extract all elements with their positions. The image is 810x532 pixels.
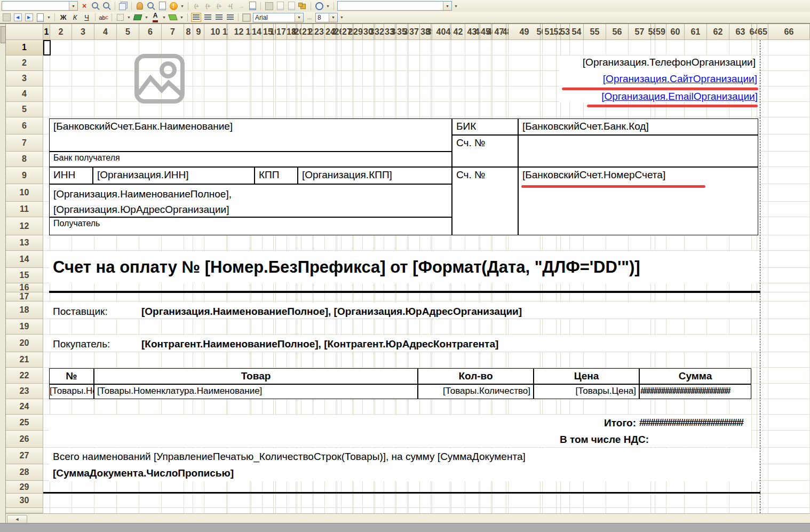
- name-box[interactable]: ▼: [2, 1, 78, 11]
- row-header-1[interactable]: 1: [6, 40, 43, 55]
- search-combo-dropdown[interactable]: ▼: [443, 2, 451, 10]
- font-size-combo[interactable]: 8 ▼: [315, 13, 338, 22]
- column-header-49[interactable]: 49: [509, 24, 541, 40]
- items-row-product[interactable]: [Товары.Номенклатура.Наименование]: [94, 384, 418, 399]
- zoom-in-button[interactable]: [102, 1, 112, 11]
- column-header-3[interactable]: 3: [72, 24, 94, 40]
- account-label-cell[interactable]: Сч. №: [452, 135, 518, 167]
- row-header-12[interactable]: 12: [6, 217, 43, 235]
- org-name-address-cell[interactable]: [Организация.НаименованиеПолное], [Орган…: [49, 184, 452, 217]
- page-preview-button[interactable]: [287, 1, 296, 11]
- row-header-30[interactable]: 30: [6, 494, 43, 508]
- align-right-button[interactable]: [214, 13, 224, 22]
- row-header-23[interactable]: 23: [6, 384, 43, 399]
- row-header-10[interactable]: 10: [6, 184, 43, 202]
- column-header-29[interactable]: 29: [354, 24, 363, 40]
- row-header-18[interactable]: 18: [6, 301, 43, 319]
- logo-image-placeholder[interactable]: [133, 53, 186, 104]
- items-header-product[interactable]: Товар: [94, 368, 418, 384]
- items-row-num[interactable]: [Товары.НомерСтроки]: [49, 384, 94, 399]
- column-header-7[interactable]: 7: [162, 24, 184, 40]
- align-left-button[interactable]: [191, 13, 201, 22]
- chevron-down-icon[interactable]: ▼: [325, 4, 330, 8]
- fix-left-button[interactable]: ◀: [13, 13, 22, 22]
- row-header-9[interactable]: 9: [6, 167, 43, 184]
- chevron-down-icon[interactable]: ▼: [144, 15, 149, 19]
- ungroup-columns-button[interactable]: +{: [225, 1, 235, 11]
- column-header-4[interactable]: 4: [94, 24, 117, 40]
- row-header-19[interactable]: 19: [6, 319, 43, 335]
- total-label[interactable]: Итого:: [480, 417, 636, 429]
- group-columns-button[interactable]: {+: [203, 1, 212, 11]
- merge-cells-button[interactable]: [2, 13, 11, 22]
- column-header-63[interactable]: 63: [729, 24, 752, 40]
- row-header-8[interactable]: 8: [6, 152, 43, 167]
- italic-button[interactable]: К: [70, 13, 80, 22]
- supplier-label[interactable]: Поставщик:: [53, 306, 108, 317]
- invoice-title[interactable]: Счет на оплату № [Номер.БезПрефикса] от …: [53, 258, 640, 277]
- column-header-20[interactable]: 20: [297, 24, 301, 40]
- empty-cell[interactable]: [518, 135, 758, 167]
- group-rows-button[interactable]: (+: [192, 1, 201, 11]
- column-header-53[interactable]: 53: [561, 24, 570, 40]
- row-header-3[interactable]: 3: [6, 71, 43, 86]
- names-button[interactable]: [35, 13, 45, 22]
- column-header-23[interactable]: 23: [314, 24, 325, 40]
- org-email-link[interactable]: [Организация.EmailОрганизации]: [507, 91, 758, 102]
- fix-top-button[interactable]: ▶: [24, 13, 34, 22]
- inn-value-cell[interactable]: [Организация.ИНН]: [93, 167, 255, 184]
- row-header-29[interactable]: 29: [6, 481, 43, 494]
- row-header-27[interactable]: 27: [6, 448, 43, 464]
- insert-section-button[interactable]: [248, 1, 257, 11]
- column-header-8[interactable]: 8: [184, 24, 193, 40]
- total-value[interactable]: ########################: [639, 417, 752, 428]
- account-label-cell-2[interactable]: Сч. №: [452, 167, 518, 235]
- amount-in-words[interactable]: [СуммаДокумента.ЧислоПрописью]: [53, 467, 234, 479]
- row-header-13[interactable]: 13: [6, 235, 43, 251]
- org-phone-cell[interactable]: [Организация.ТелефонОрганизации]: [561, 57, 757, 70]
- column-header-37[interactable]: 37: [409, 24, 420, 40]
- bank-name-cell[interactable]: [БанковскийСчет.Банк.Наименование]: [49, 118, 452, 152]
- text-orientation-button[interactable]: abc: [99, 13, 108, 22]
- find-button[interactable]: [146, 1, 156, 11]
- items-header-num[interactable]: №: [49, 368, 94, 384]
- column-header-2[interactable]: 2: [50, 24, 72, 40]
- horizontal-scrollbar[interactable]: ◄: [6, 513, 810, 523]
- font-name-value[interactable]: Arial: [253, 14, 295, 21]
- row-header-24[interactable]: 24: [6, 399, 43, 415]
- font-color-button[interactable]: А: [150, 13, 160, 22]
- account-number-cell[interactable]: [БанковскийСчет.НомерСчета]: [518, 167, 758, 235]
- history-button[interactable]: [314, 1, 324, 11]
- column-header-9[interactable]: 9: [193, 24, 204, 40]
- supplier-value[interactable]: [Организация.НаименованиеПолное], [Орган…: [141, 306, 522, 317]
- name-box-dropdown[interactable]: ▼: [69, 2, 77, 10]
- org-site-link[interactable]: [Организация.СайтОрганизации]: [480, 73, 757, 85]
- row-header-2[interactable]: 2: [6, 55, 43, 71]
- vat-label[interactable]: В том числе НДС:: [480, 434, 649, 446]
- buyer-label[interactable]: Покупатель:: [53, 338, 110, 350]
- selected-cell[interactable]: [43, 40, 51, 55]
- inn-label-cell[interactable]: ИНН: [49, 167, 93, 184]
- search-combo[interactable]: ▼: [337, 1, 452, 11]
- items-row-qty[interactable]: [Товары.Количество]: [418, 384, 534, 399]
- column-header-61[interactable]: 61: [685, 24, 707, 40]
- close-button[interactable]: ×: [80, 1, 89, 11]
- user-button[interactable]: [135, 1, 145, 11]
- column-header-62[interactable]: 62: [707, 24, 729, 40]
- links-button[interactable]: [298, 1, 307, 11]
- chevron-down-icon[interactable]: ▼: [339, 15, 344, 19]
- column-header-1[interactable]: 1: [43, 24, 50, 40]
- scroll-left-button[interactable]: ◄: [7, 515, 27, 523]
- font-name-combo[interactable]: Arial ▼: [253, 13, 304, 22]
- column-header-5[interactable]: 5: [117, 24, 139, 40]
- align-justify-button[interactable]: [225, 13, 235, 22]
- column-header-14[interactable]: 14: [251, 24, 263, 40]
- chevron-down-icon[interactable]: ▼: [179, 15, 184, 19]
- font-name-dropdown[interactable]: ▼: [295, 13, 303, 22]
- items-header-sum[interactable]: Сумма: [639, 368, 751, 384]
- row-header-28[interactable]: 28: [6, 464, 43, 481]
- column-header-65[interactable]: 65: [757, 24, 768, 40]
- stamp-button[interactable]: [264, 1, 274, 11]
- page-setup-button[interactable]: [275, 1, 285, 11]
- column-header-64[interactable]: 64: [752, 24, 757, 40]
